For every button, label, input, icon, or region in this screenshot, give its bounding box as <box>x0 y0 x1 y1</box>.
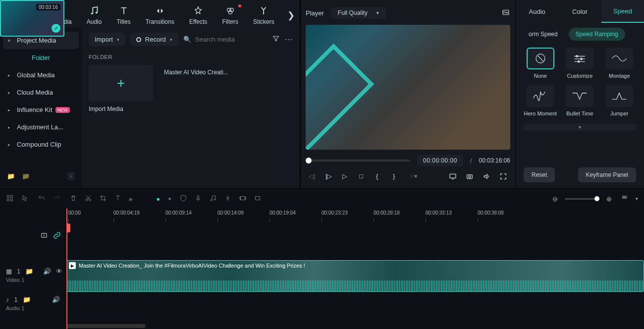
speed-montage[interactable]: Montage <box>602 48 636 79</box>
tab-titles[interactable]: Titles <box>113 4 133 26</box>
svg-rect-19 <box>10 199 12 201</box>
crop-icon[interactable] <box>99 194 107 204</box>
view-dropdown-icon[interactable]: ▾ <box>636 196 638 201</box>
sidebar-cloud-media[interactable]: ▸Cloud Media <box>3 84 79 101</box>
aspect-icon[interactable] <box>254 194 262 204</box>
keyframe-panel-button[interactable]: Keyframe Panel <box>578 167 636 182</box>
video-preview[interactable] <box>306 25 510 150</box>
sidebar-influence-kit[interactable]: ▸Influence KitNEW <box>3 101 79 118</box>
quality-dropdown[interactable]: Full Quality▾ <box>331 7 386 19</box>
search-input[interactable] <box>195 36 265 43</box>
add-track-icon[interactable] <box>40 231 48 241</box>
tab-filters[interactable]: Filters <box>219 4 241 26</box>
sidebar-collapse[interactable]: ‹ <box>67 172 75 180</box>
grid-view-icon[interactable] <box>621 194 629 204</box>
rtab-audio[interactable]: Audio <box>516 0 558 23</box>
sidebar-adjustment-layer[interactable]: ▸Adjustment La... <box>3 118 79 136</box>
import-dropdown[interactable]: Import▾ <box>89 33 125 46</box>
video-track[interactable]: ▶ Master AI Video Creation_ Join the #Fi… <box>66 260 644 292</box>
track-lock-icon[interactable]: 📁 <box>23 296 31 303</box>
more-options-icon[interactable]: ⋯ <box>285 35 293 44</box>
effects-icon <box>193 5 204 16</box>
svg-rect-29 <box>622 196 623 197</box>
filters-icon <box>225 5 236 16</box>
sparkle-icon[interactable]: ✦ <box>167 195 172 203</box>
camera-icon[interactable] <box>466 172 474 180</box>
frame-icon[interactable] <box>239 194 247 204</box>
speed-jumper[interactable]: Jumper <box>602 85 636 117</box>
speed-hero-moment[interactable]: Hero Moment <box>524 85 557 117</box>
mic-icon[interactable] <box>194 194 202 204</box>
track-lock-icon[interactable]: 📁 <box>25 268 33 275</box>
record-icon <box>136 37 141 42</box>
playhead[interactable] <box>66 209 67 329</box>
track-visible-icon[interactable]: 👁 <box>56 268 62 275</box>
stop-icon[interactable]: □ <box>359 172 367 180</box>
timeline-area[interactable]: 00:00 00:00:04:19 00:00:09:14 00:00:14:0… <box>66 209 644 329</box>
new-bin-icon[interactable]: 📁 <box>22 172 30 180</box>
tab-stickers[interactable]: Stickers <box>250 4 277 26</box>
snapshot-icon[interactable] <box>501 8 510 18</box>
select-tool-icon[interactable] <box>21 194 29 204</box>
mark-out-icon[interactable]: } <box>393 172 401 180</box>
speed-none[interactable]: None <box>524 48 557 79</box>
filter-icon[interactable] <box>272 35 280 45</box>
speed-bullet-time[interactable]: Bullet Time <box>563 85 597 117</box>
fullscreen-icon[interactable] <box>499 172 507 180</box>
link-icon[interactable] <box>53 231 61 241</box>
tabs-scroll-right[interactable]: ❯ <box>287 10 295 21</box>
music-icon[interactable] <box>209 194 217 204</box>
video-track-head[interactable]: ▦ 1 📁 🔊 👁 Video 1 <box>0 264 66 287</box>
zoom-in-icon[interactable]: ⊕ <box>606 195 612 203</box>
cut-tool-icon[interactable] <box>224 194 232 204</box>
text-icon[interactable] <box>114 194 122 204</box>
step-back-icon[interactable]: |▷ <box>325 172 333 180</box>
record-dropdown[interactable]: Record▾ <box>130 33 178 46</box>
zoom-slider[interactable] <box>565 198 599 200</box>
speed-customize[interactable]: Customize <box>563 48 597 79</box>
sidebar-compound-clip[interactable]: ▸Compound Clip <box>3 136 79 153</box>
new-folder-icon[interactable]: 📁 <box>7 172 15 180</box>
rtab-speed[interactable]: Speed <box>601 0 644 23</box>
scrubber-track[interactable] <box>306 160 410 162</box>
display-icon[interactable] <box>449 172 457 180</box>
svg-point-11 <box>469 176 471 178</box>
horizontal-scrollbar[interactable] <box>66 324 146 328</box>
ai-icon[interactable]: ● <box>156 195 160 203</box>
marker-dropdown-icon[interactable]: ▾ <box>410 172 418 180</box>
tab-audio[interactable]: Audio <box>84 4 105 26</box>
redo-icon[interactable] <box>53 194 60 204</box>
volume-icon[interactable] <box>483 172 490 180</box>
media-sidebar: ▾Project Media Folder ▸Global Media ▸Clo… <box>0 28 82 188</box>
layout-icon[interactable] <box>6 194 14 204</box>
check-icon: ✓ <box>52 24 60 33</box>
reset-button[interactable]: Reset <box>524 167 555 182</box>
sidebar-global-media[interactable]: ▸Global Media <box>3 66 79 84</box>
play-icon[interactable]: ▷ <box>342 172 350 180</box>
zoom-out-icon[interactable]: ⊖ <box>552 195 558 203</box>
svg-rect-26 <box>240 197 240 199</box>
cut-icon[interactable] <box>84 194 92 204</box>
import-media-card[interactable]: + Import Media <box>89 65 153 112</box>
more-tools-icon[interactable]: » <box>129 195 132 203</box>
tab-transitions[interactable]: Transitions <box>143 4 177 26</box>
sidebar-folder[interactable]: Folder <box>3 49 79 66</box>
subtab-uniform-speed[interactable]: orm Speed <box>522 28 565 41</box>
delete-icon[interactable] <box>69 194 77 204</box>
shield-icon[interactable] <box>179 194 187 204</box>
svg-rect-9 <box>450 174 456 178</box>
subtab-speed-ramping[interactable]: Speed Ramping <box>569 28 625 41</box>
timeline-clip[interactable]: ▶ Master AI Video Creation_ Join the #Fi… <box>66 260 644 292</box>
mark-in-icon[interactable]: { <box>376 172 384 180</box>
audio-track-head[interactable]: ♪ 1 📁 🔊 Audio 1 <box>0 292 66 315</box>
track-mute-icon[interactable]: 🔊 <box>43 268 51 275</box>
track-mute-icon[interactable]: 🔊 <box>52 296 60 303</box>
rtab-color[interactable]: Color <box>558 0 601 23</box>
speed-more[interactable]: ▾ <box>524 123 636 131</box>
media-clip-card[interactable]: 00:03:16 ✓ Master AI Video Creati... <box>164 65 228 112</box>
tab-effects[interactable]: Effects <box>186 4 210 26</box>
undo-icon[interactable] <box>38 194 46 204</box>
timeline-ruler[interactable]: 00:00 00:00:04:19 00:00:09:14 00:00:14:0… <box>66 209 644 227</box>
timecode-current[interactable]: 00:00:00:00 <box>417 155 463 166</box>
prev-frame-icon[interactable]: ◁| <box>309 172 317 180</box>
